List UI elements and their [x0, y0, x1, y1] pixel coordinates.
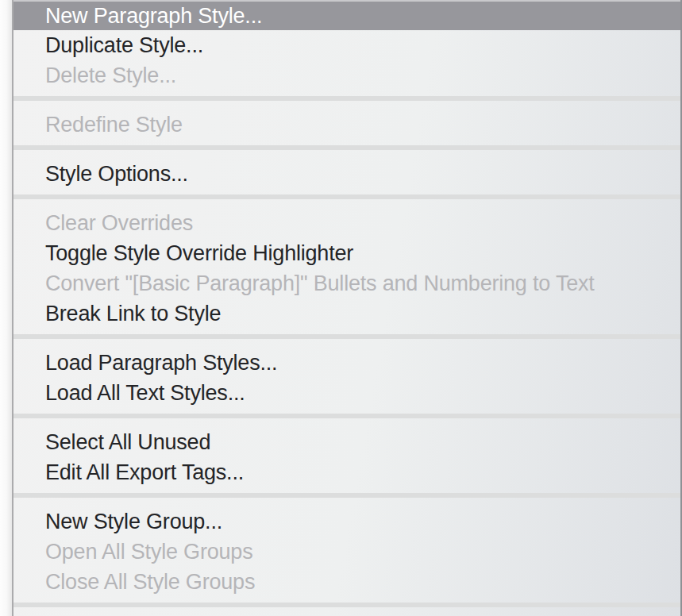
menu-item-label: Style Options...	[45, 162, 188, 187]
menu-separator	[13, 329, 680, 348]
menu-item-toggle-style-override-highlighter[interactable]: Toggle Style Override Highlighter	[13, 238, 680, 268]
menu-item-load-all-text-styles[interactable]: Load All Text Styles...	[13, 378, 680, 408]
screen: New Paragraph Style... Duplicate Style..…	[0, 0, 682, 616]
menu-item-convert-basic-paragraph-bullets: Convert "[Basic Paragraph]" Bullets and …	[13, 268, 680, 298]
menu-item-label: Delete Style...	[45, 64, 176, 88]
menu-item-clear-overrides: Clear Overrides	[13, 208, 680, 238]
menu-item-open-all-style-groups: Open All Style Groups	[13, 537, 680, 567]
menu-item-label: Close All Style Groups	[45, 570, 255, 595]
menu-item-duplicate-style[interactable]: Duplicate Style...	[13, 30, 680, 60]
menu-item-label: Open All Style Groups	[45, 540, 252, 564]
separator-line	[13, 603, 680, 607]
menu-separator	[13, 189, 680, 208]
menu-item-edit-all-export-tags[interactable]: Edit All Export Tags...	[13, 457, 680, 487]
menu-item-label: Load All Text Styles...	[45, 381, 245, 406]
menu-item-label: Select All Unused	[45, 430, 210, 455]
separator-line	[13, 414, 680, 418]
menu-item-label: New Paragraph Style...	[45, 4, 262, 29]
menu-item-delete-style: Delete Style...	[13, 60, 680, 90]
menu-item-label: Break Link to Style	[45, 302, 221, 326]
menu-item-style-options[interactable]: Style Options...	[13, 159, 680, 189]
menu-item-label: Convert "[Basic Paragraph]" Bullets and …	[45, 271, 595, 296]
menu-separator	[13, 597, 680, 616]
menu-separator	[13, 90, 680, 110]
separator-line	[13, 96, 680, 101]
menu-item-label: Clear Overrides	[45, 211, 193, 236]
menu-item-label: New Style Group...	[45, 510, 222, 534]
menu-item-new-style-group[interactable]: New Style Group...	[13, 506, 680, 537]
menu-item-label: Duplicate Style...	[45, 33, 203, 58]
separator-line	[13, 334, 680, 339]
paragraph-styles-panel-menu: New Paragraph Style... Duplicate Style..…	[12, 0, 682, 616]
menu-separator	[13, 140, 680, 159]
menu-separator	[13, 408, 680, 427]
menu-item-load-paragraph-styles[interactable]: Load Paragraph Styles...	[13, 348, 680, 378]
menu-item-redefine-style: Redefine Style	[13, 110, 680, 140]
menu-item-label: Toggle Style Override Highlighter	[45, 241, 353, 266]
menu-separator	[13, 487, 680, 506]
separator-line	[13, 493, 680, 498]
menu-item-label: Edit All Export Tags...	[45, 460, 244, 485]
separator-line	[13, 194, 680, 199]
menu-item-select-all-unused[interactable]: Select All Unused	[13, 427, 680, 457]
menu-item-label: Load Paragraph Styles...	[45, 351, 277, 375]
separator-line	[13, 145, 680, 150]
menu-item-label: Redefine Style	[45, 113, 183, 137]
menu-item-new-paragraph-style[interactable]: New Paragraph Style...	[13, 2, 680, 30]
menu-item-break-link-to-style[interactable]: Break Link to Style	[13, 298, 680, 329]
menu-item-close-all-style-groups: Close All Style Groups	[13, 567, 680, 597]
underlying-page-edge	[0, 0, 12, 616]
